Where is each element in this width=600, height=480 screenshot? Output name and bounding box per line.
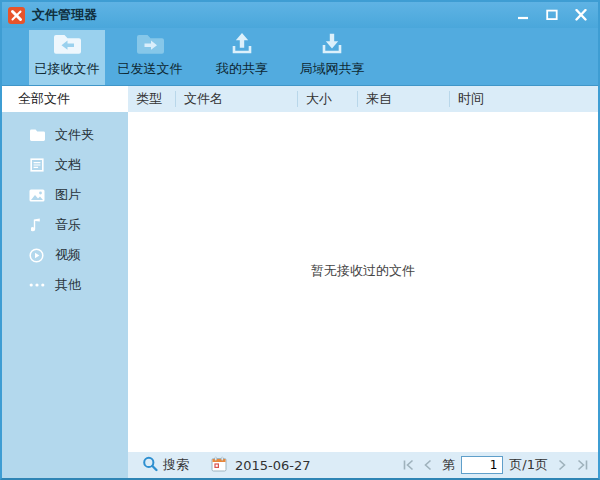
- sidebar-item-others[interactable]: 其他: [2, 270, 128, 300]
- folder-icon: [28, 128, 45, 142]
- sidebar-item-label: 其他: [55, 276, 81, 294]
- tab-label: 局域网共享: [300, 60, 365, 78]
- column-header-time: 时间: [449, 91, 598, 107]
- page-number-input[interactable]: [461, 456, 503, 474]
- status-bar: 搜索 2015-06-27: [128, 452, 598, 478]
- document-icon: [28, 158, 45, 172]
- tab-lan-share[interactable]: 局域网共享: [287, 30, 377, 85]
- maximize-button[interactable]: [541, 6, 563, 24]
- folder-arrow-left-icon: [51, 31, 83, 57]
- table-header: 类型 文件名 大小 来自 时间: [128, 86, 598, 112]
- sidebar-item-pictures[interactable]: 图片: [2, 180, 128, 210]
- share-upload-icon: [227, 31, 257, 57]
- sidebar-item-documents[interactable]: 文档: [2, 150, 128, 180]
- pagination: 第 页/1页: [400, 456, 590, 474]
- sidebar-item-all-files[interactable]: 全部文件: [2, 86, 128, 112]
- file-manager-window: 文件管理器 已接收文件: [0, 0, 600, 480]
- sidebar-list: 文件夹 文档: [2, 120, 128, 300]
- tab-label: 已接收文件: [35, 60, 100, 78]
- page-suffix-label: 页/1页: [509, 456, 548, 474]
- share-download-icon: [317, 31, 347, 57]
- column-header-filename: 文件名: [175, 91, 297, 107]
- last-page-button[interactable]: [574, 457, 590, 473]
- date-picker[interactable]: 2015-06-27: [211, 456, 311, 475]
- page-prefix-label: 第: [442, 456, 455, 474]
- video-icon: [28, 248, 45, 263]
- sidebar-item-music[interactable]: 音乐: [2, 210, 128, 240]
- tab-label: 我的共享: [216, 60, 268, 78]
- sidebar-selected-label: 全部文件: [18, 90, 70, 108]
- file-list-panel: 类型 文件名 大小 来自 时间 暂无接收过的文件 搜索: [128, 86, 598, 478]
- sidebar: 全部文件 文件夹: [2, 86, 128, 478]
- window-controls: [512, 6, 592, 24]
- column-header-size: 大小: [297, 91, 357, 107]
- calendar-icon: [211, 456, 227, 475]
- app-logo-icon: [8, 7, 25, 24]
- sidebar-item-label: 图片: [55, 186, 81, 204]
- main-area: 全部文件 文件夹: [2, 86, 598, 478]
- tab-label: 已发送文件: [118, 60, 183, 78]
- sidebar-item-label: 文档: [55, 156, 81, 174]
- sidebar-item-label: 视频: [55, 246, 81, 264]
- empty-state-message: 暂无接收过的文件: [311, 262, 415, 280]
- window-title: 文件管理器: [32, 6, 97, 24]
- next-page-button[interactable]: [554, 457, 570, 473]
- more-icon: [28, 283, 45, 287]
- sidebar-item-folders[interactable]: 文件夹: [2, 120, 128, 150]
- tab-received-files[interactable]: 已接收文件: [29, 30, 105, 85]
- minimize-button[interactable]: [512, 6, 534, 24]
- folder-arrow-right-icon: [134, 31, 166, 57]
- close-button[interactable]: [570, 6, 592, 24]
- title-bar: 文件管理器: [2, 2, 598, 28]
- tab-my-shares[interactable]: 我的共享: [204, 30, 280, 85]
- file-list-content: 暂无接收过的文件: [128, 112, 598, 452]
- image-icon: [28, 189, 45, 202]
- first-page-button[interactable]: [400, 457, 416, 473]
- search-label: 搜索: [163, 456, 189, 474]
- previous-page-button[interactable]: [420, 457, 436, 473]
- music-icon: [28, 218, 45, 233]
- search-icon: [142, 456, 158, 475]
- column-header-from: 来自: [357, 91, 449, 107]
- column-header-type: 类型: [128, 91, 175, 107]
- sidebar-item-label: 音乐: [55, 216, 81, 234]
- search-button[interactable]: 搜索: [142, 456, 189, 475]
- sidebar-item-label: 文件夹: [55, 126, 94, 144]
- tab-sent-files[interactable]: 已发送文件: [112, 30, 188, 85]
- date-value[interactable]: 2015-06-27: [235, 458, 311, 473]
- toolbar: 已接收文件 已发送文件 我的共享: [2, 28, 598, 86]
- sidebar-item-videos[interactable]: 视频: [2, 240, 128, 270]
